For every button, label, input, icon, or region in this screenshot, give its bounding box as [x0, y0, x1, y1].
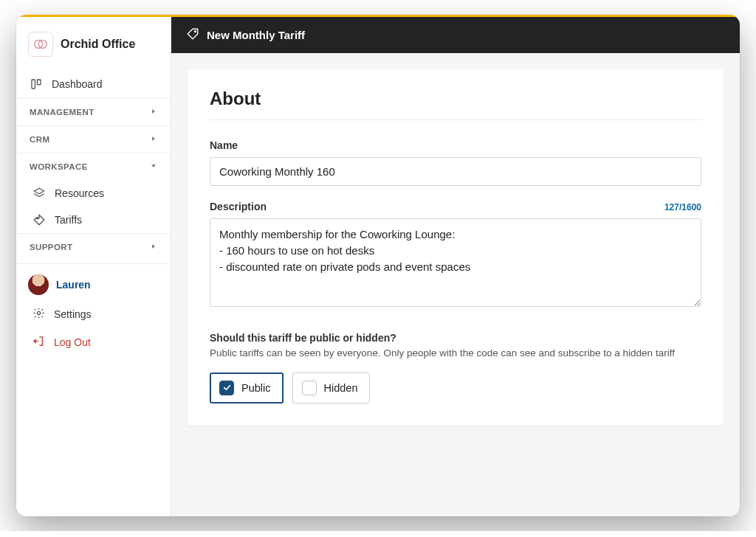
sidebar-item-logout[interactable]: Log Out [16, 328, 171, 356]
sidebar: Orchid Office Dashboard MANAGEMENT CRM [16, 17, 171, 516]
section-label: CRM [30, 135, 49, 144]
topbar: New Monthly Tariff [171, 17, 740, 53]
sidebar-item-dashboard[interactable]: Dashboard [16, 70, 171, 98]
sidebar-item-label: Tariffs [55, 214, 82, 226]
section-heading: About [210, 89, 701, 120]
sidebar-item-settings[interactable]: Settings [16, 299, 171, 328]
tag-icon [186, 27, 199, 43]
sidebar-section-management[interactable]: MANAGEMENT [16, 98, 171, 125]
description-textarea[interactable]: Monthly membership for the Coworking Lou… [210, 218, 701, 307]
character-counter: 127/1600 [664, 202, 701, 212]
sidebar-item-label: Log Out [54, 336, 91, 348]
app-window: Orchid Office Dashboard MANAGEMENT CRM [16, 15, 740, 516]
sidebar-item-label: Settings [54, 308, 92, 320]
logout-icon [32, 335, 45, 350]
checkbox-icon [219, 381, 234, 395]
visibility-help: Public tariffs can be seen by everyone. … [210, 347, 701, 361]
sidebar-item-resources[interactable]: Resources [16, 180, 171, 207]
visibility-question: Should this tariff be public or hidden? [210, 332, 701, 344]
description-label: Description 127/1600 [210, 201, 701, 212]
main-column: New Monthly Tariff About Name Descriptio… [171, 17, 740, 516]
option-public[interactable]: Public [210, 373, 284, 403]
user-profile[interactable]: Lauren [16, 263, 171, 299]
sidebar-item-label: Resources [55, 187, 104, 199]
avatar [28, 274, 49, 295]
label-text: Description [210, 201, 267, 212]
gear-icon [32, 307, 45, 322]
dashboard-icon [30, 77, 43, 91]
section-label: SUPPORT [30, 243, 72, 252]
sidebar-item-label: Dashboard [52, 78, 103, 90]
sidebar-section-support[interactable]: SUPPORT [16, 233, 171, 260]
svg-point-5 [37, 311, 40, 314]
checkbox-icon [302, 381, 317, 395]
option-hidden[interactable]: Hidden [292, 373, 371, 403]
tag-icon [32, 213, 46, 226]
name-label: Name [210, 139, 701, 151]
svg-point-4 [37, 218, 38, 219]
svg-point-6 [194, 31, 196, 32]
brand[interactable]: Orchid Office [16, 27, 171, 70]
label-text: Name [210, 139, 238, 151]
sidebar-section-crm[interactable]: CRM [16, 125, 171, 153]
name-input[interactable] [210, 157, 701, 186]
sidebar-item-tariffs[interactable]: Tariffs [16, 207, 171, 233]
chevron-right-icon [150, 135, 157, 144]
section-label: WORKSPACE [30, 162, 88, 171]
app-body: Orchid Office Dashboard MANAGEMENT CRM [16, 17, 740, 516]
section-label: MANAGEMENT [30, 108, 94, 117]
visibility-options: Public Hidden [210, 373, 701, 403]
user-name: Lauren [56, 279, 91, 291]
layers-icon [32, 187, 46, 200]
chevron-down-icon [150, 162, 157, 171]
option-label: Hidden [324, 382, 358, 394]
svg-rect-3 [38, 80, 41, 85]
content-area: About Name Description 127/1600 Monthly … [171, 53, 740, 516]
page-title: New Monthly Tariff [207, 29, 305, 41]
svg-rect-2 [32, 80, 35, 89]
chevron-right-icon [150, 243, 157, 252]
brand-name: Orchid Office [61, 38, 135, 51]
option-label: Public [241, 382, 271, 394]
about-card: About Name Description 127/1600 Monthly … [188, 69, 724, 426]
sidebar-section-workspace[interactable]: WORKSPACE [16, 153, 171, 180]
chevron-right-icon [150, 108, 157, 117]
brand-logo-icon [28, 32, 53, 57]
